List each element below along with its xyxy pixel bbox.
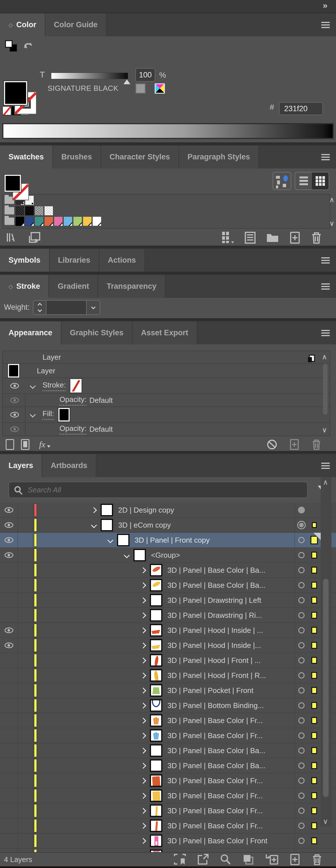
panel-collapse-icon[interactable]: ◇ [8,22,13,28]
visibility-cell[interactable] [0,848,18,852]
target-circle-icon[interactable] [298,612,305,618]
layer-row-main[interactable]: 3D | Panel | Base Color | Fr... [33,818,295,833]
lock-cell[interactable] [18,578,33,593]
weight-dropdown-button[interactable] [86,301,100,314]
chevron-down-icon[interactable] [30,411,36,417]
tab-asset-export[interactable]: Asset Export [133,321,198,344]
layer-row-main[interactable]: 3D | Panel | Hood | Front | ... [33,653,295,668]
target-circle-icon[interactable] [298,823,305,829]
stepper-up-icon[interactable] [37,303,42,308]
layer-row-main[interactable]: 3D | Panel | Hood | Inside |... [33,638,295,653]
visibility-cell[interactable] [0,593,18,608]
selection-color-square[interactable] [311,687,317,694]
tab-layers[interactable]: Layers [0,454,42,477]
visibility-cell[interactable] [0,788,18,803]
layer-row[interactable]: 3D | Panel | Base Color | F... [0,848,336,852]
target-cell[interactable] [295,548,308,562]
target-cell[interactable] [295,713,308,728]
layer-row-main[interactable]: 3D | Panel | Base Color | Ba... [33,743,295,758]
tab-transparency[interactable]: Transparency [98,275,165,298]
layer-row[interactable]: 3D | Panel | Base Color | Fr... [0,818,336,833]
tab-gradient[interactable]: Gradient [49,275,98,298]
lock-cell[interactable] [18,638,33,653]
visibility-cell[interactable] [0,833,18,848]
hex-input[interactable] [279,102,323,115]
visibility-cell[interactable] [0,608,18,623]
opacity-label[interactable]: Opacity: [60,424,87,435]
chevron-right-icon[interactable] [140,612,146,618]
layer-row-main[interactable]: 3D | Panel | Base Color | Fr... [33,728,295,743]
target-circle-icon[interactable] [298,763,305,769]
lock-cell[interactable] [18,788,33,803]
swatch[interactable] [54,216,63,226]
lock-cell[interactable] [18,623,33,638]
chevron-right-icon[interactable] [140,747,146,753]
grid-view-button[interactable] [312,173,329,189]
lock-cell[interactable] [18,848,33,852]
layer-thumbnail[interactable] [150,669,162,682]
visibility-eye-icon[interactable] [4,552,13,558]
layer-thumbnail[interactable] [150,699,162,712]
layer-thumbnail[interactable] [150,849,162,852]
fill-swatch[interactable] [4,81,27,105]
target-cell[interactable] [295,623,308,638]
target-cell[interactable] [295,683,308,698]
appearance-row-layer[interactable]: Layer [3,364,330,378]
layer-row-main[interactable]: 3D | Panel | Base Color | Fr... [33,803,295,818]
selection-cell[interactable] [308,683,321,698]
layer-row[interactable]: 3D | Panel | Hood | Front | R... [0,668,336,683]
scroll-up-icon[interactable]: ∧ [329,196,334,204]
layer-row-main[interactable]: 3D | Panel | Pocket | Front [33,683,295,698]
lock-cell[interactable] [18,803,33,818]
tint-value-input[interactable] [135,68,155,82]
search-input[interactable] [8,482,308,498]
target-cell[interactable] [295,503,308,517]
target-cell[interactable] [295,818,308,833]
layer-name[interactable]: 3D | Panel | Drawstring | Left [167,596,261,605]
target-circle-icon[interactable] [298,808,305,814]
layer-name[interactable]: 3D | Panel | Base Color | Fr... [167,822,263,830]
visibility-eye-icon[interactable] [10,383,19,389]
panel-collapse-icon[interactable]: ◇ [8,283,13,290]
layer-name[interactable]: 3D | Panel | Hood | Front | ... [167,656,261,665]
lock-cell[interactable] [18,668,33,683]
layer-row[interactable]: <Group> [0,548,336,563]
visibility-eye-icon[interactable] [4,627,13,633]
target-cell[interactable] [295,848,308,852]
lock-cell[interactable] [18,653,33,668]
layers-panel-menu-icon[interactable] [321,463,330,469]
add-new-fill-icon[interactable] [21,439,30,450]
lock-cell[interactable] [18,728,33,743]
layer-thumbnail[interactable] [150,639,162,652]
swatch[interactable] [25,206,34,216]
chevron-right-icon[interactable] [140,657,146,663]
layer-row[interactable]: 3D | Panel | Base Color | Ba... [0,578,336,593]
visibility-cell[interactable] [0,623,18,638]
stroke-panel-menu-icon[interactable] [321,283,330,290]
swatch[interactable] [83,216,92,226]
swap-fill-stroke-icon[interactable] [22,39,35,52]
tab-brushes[interactable]: Brushes [53,146,101,168]
layer-name[interactable]: 3D | Panel | Base Color | Front [167,837,267,845]
selection-cell[interactable] [308,668,321,683]
chevron-right-icon[interactable] [140,702,146,708]
visibility-cell[interactable] [0,638,18,653]
selection-cell[interactable] [308,503,321,517]
layer-thumbnail[interactable] [150,684,162,697]
selection-cell[interactable] [308,803,321,818]
selection-cell[interactable] [308,773,321,788]
layer-row-main[interactable]: 3D | Panel | Base Color | Fr... [33,773,295,788]
selection-cell[interactable] [308,623,321,638]
layer-row[interactable]: 3D | Panel | Base Color | Front [0,833,336,848]
layer-row-main[interactable]: 3D | Panel | Drawstring | Left [33,593,295,608]
appearance-row-stroke-opacity[interactable]: Opacity: Default [3,394,330,407]
layer-row-main[interactable]: 3D | Panel | Front copy [33,533,295,548]
layer-appearance-icon[interactable] [306,354,316,364]
weight-stepper[interactable] [33,301,46,314]
lock-cell[interactable] [18,758,33,773]
visibility-cell[interactable] [0,503,18,517]
appearance-panel-menu-icon[interactable] [321,330,330,336]
layers-scrollbar[interactable]: ∧ ∨ [321,477,332,827]
visibility-eye-icon[interactable] [10,397,19,403]
layer-row[interactable]: 3D | Panel | Base Color | Fr... [0,788,336,803]
